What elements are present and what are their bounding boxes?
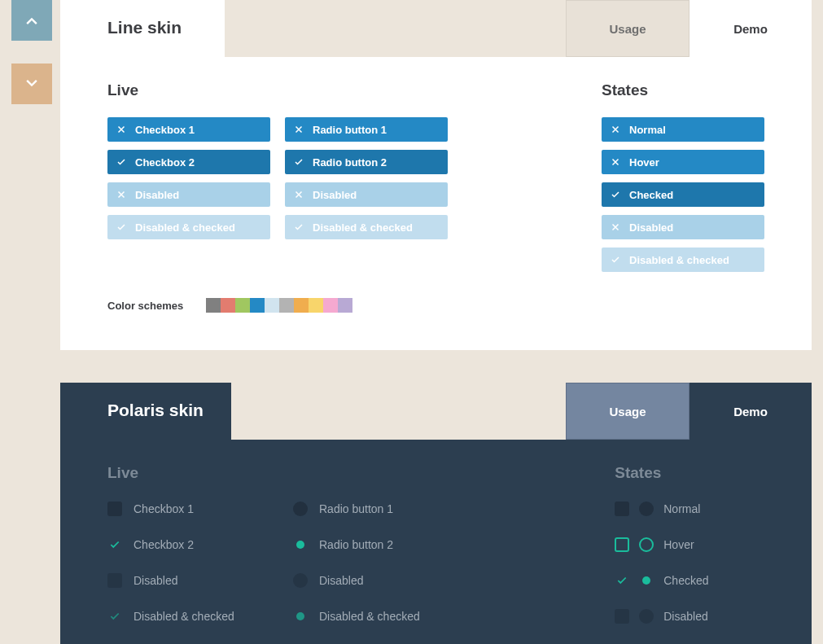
tab-demo[interactable]: Demo <box>689 383 812 440</box>
check-icon <box>116 156 127 168</box>
item-label: Radio button 1 <box>313 124 387 136</box>
color-swatch[interactable] <box>250 298 265 313</box>
line-radio-item[interactable]: Radio button 2 <box>285 150 448 174</box>
item-label: Disabled <box>663 610 707 623</box>
color-swatch[interactable] <box>338 298 352 313</box>
item-label: Checked <box>629 189 673 201</box>
check-icon <box>293 156 304 168</box>
line-checkbox-item[interactable]: Checkbox 2 <box>107 150 270 174</box>
radio-icon <box>293 573 308 588</box>
line-radio-item[interactable]: Radio button 1 <box>285 117 448 142</box>
polaris-state-item: Disabled <box>615 607 764 625</box>
polaris-checkbox-item[interactable]: Checkbox 2 <box>107 536 278 554</box>
item-label: Checkbox 2 <box>134 538 194 551</box>
polaris-state-item[interactable]: Checked <box>615 572 764 589</box>
color-swatch[interactable] <box>309 298 323 313</box>
radio-icon <box>639 502 654 516</box>
polaris-checkbox-item: Disabled & checked <box>107 607 278 625</box>
item-label: Checkbox 1 <box>134 502 194 515</box>
tab-demo[interactable]: Demo <box>689 0 812 57</box>
item-label: Hover <box>629 156 659 169</box>
x-icon <box>610 156 621 168</box>
item-label: Hover <box>663 538 694 551</box>
item-label: Checked <box>663 574 708 587</box>
color-schemes-label: Color schemes <box>107 300 183 312</box>
item-label: Checkbox 2 <box>135 156 195 169</box>
polaris-radio-item: Disabled & checked <box>293 607 464 625</box>
polaris-radio-item[interactable]: Radio button 2 <box>293 536 464 554</box>
polaris-radio-item: Disabled <box>293 572 464 589</box>
color-schemes <box>206 298 352 313</box>
radio-icon <box>293 502 308 516</box>
panel-tabs: Polaris skin Usage Demo <box>60 383 812 440</box>
scroll-up-button[interactable] <box>11 0 52 41</box>
x-icon <box>293 124 304 135</box>
item-label: Disabled & checked <box>135 221 235 234</box>
checkbox-icon <box>615 502 629 516</box>
radio-icon <box>639 609 654 624</box>
section-heading-states: States <box>615 464 764 482</box>
scroll-down-button[interactable] <box>11 64 52 104</box>
item-label: Radio button 2 <box>313 156 387 169</box>
section-heading-live: Live <box>107 464 464 482</box>
radio-icon <box>639 537 654 552</box>
item-label: Disabled <box>135 189 179 201</box>
chevron-down-icon <box>24 76 40 92</box>
item-label: Disabled & checked <box>313 221 413 234</box>
checkbox-icon <box>107 609 122 624</box>
checkbox-icon <box>107 502 122 516</box>
item-label: Checkbox 1 <box>135 124 195 136</box>
tab-usage[interactable]: Usage <box>566 383 689 440</box>
polaris-checkbox-item: Disabled <box>107 572 278 589</box>
x-icon <box>610 221 621 233</box>
item-label: Disabled <box>629 221 673 234</box>
item-label: Disabled <box>319 574 363 587</box>
item-label: Radio button 1 <box>319 502 393 515</box>
panel-title-tab: Line skin <box>60 0 225 57</box>
polaris-state-item[interactable]: Hover <box>615 536 764 554</box>
chevron-up-icon <box>24 12 40 28</box>
check-icon <box>610 189 621 200</box>
polaris-skin-panel: Polaris skin Usage Demo Live Checkbox 1C… <box>60 383 812 644</box>
item-label: Disabled & checked <box>629 254 729 266</box>
color-swatch[interactable] <box>235 298 250 313</box>
item-label: Radio button 2 <box>319 538 393 551</box>
polaris-radio-item[interactable]: Radio button 1 <box>293 500 464 518</box>
x-icon <box>116 189 127 200</box>
checkbox-icon <box>107 573 122 588</box>
item-label: Normal <box>663 502 700 515</box>
check-icon <box>610 254 621 265</box>
tab-usage[interactable]: Usage <box>566 0 689 57</box>
section-heading-states: States <box>602 81 764 99</box>
item-label: Disabled <box>134 574 177 587</box>
line-checkbox-item: Disabled & checked <box>107 215 270 239</box>
radio-icon <box>639 573 654 588</box>
check-icon <box>293 221 304 233</box>
x-icon <box>610 124 621 135</box>
item-label: Normal <box>629 124 666 136</box>
color-swatch[interactable] <box>294 298 309 313</box>
color-swatch[interactable] <box>279 298 294 313</box>
line-radio-item: Disabled & checked <box>285 215 448 239</box>
radio-icon <box>293 537 308 552</box>
panel-tabs: Line skin Usage Demo <box>60 0 812 57</box>
x-icon <box>293 189 304 200</box>
x-icon <box>116 124 127 135</box>
color-swatch[interactable] <box>221 298 235 313</box>
line-skin-panel: Line skin Usage Demo Live Checkbox 1Chec… <box>60 0 812 350</box>
polaris-checkbox-item[interactable]: Checkbox 1 <box>107 500 278 518</box>
line-radio-item: Disabled <box>285 182 448 207</box>
radio-icon <box>293 609 308 624</box>
color-swatch[interactable] <box>265 298 279 313</box>
polaris-state-item[interactable]: Normal <box>615 500 764 518</box>
line-state-item[interactable]: Hover <box>602 150 764 174</box>
line-state-item[interactable]: Checked <box>602 182 764 207</box>
line-checkbox-item: Disabled <box>107 182 270 207</box>
color-swatch[interactable] <box>206 298 221 313</box>
line-state-item[interactable]: Normal <box>602 117 764 142</box>
item-label: Disabled & checked <box>134 610 234 623</box>
checkbox-icon <box>107 537 122 552</box>
item-label: Disabled <box>313 189 357 201</box>
color-swatch[interactable] <box>323 298 338 313</box>
line-checkbox-item[interactable]: Checkbox 1 <box>107 117 270 142</box>
